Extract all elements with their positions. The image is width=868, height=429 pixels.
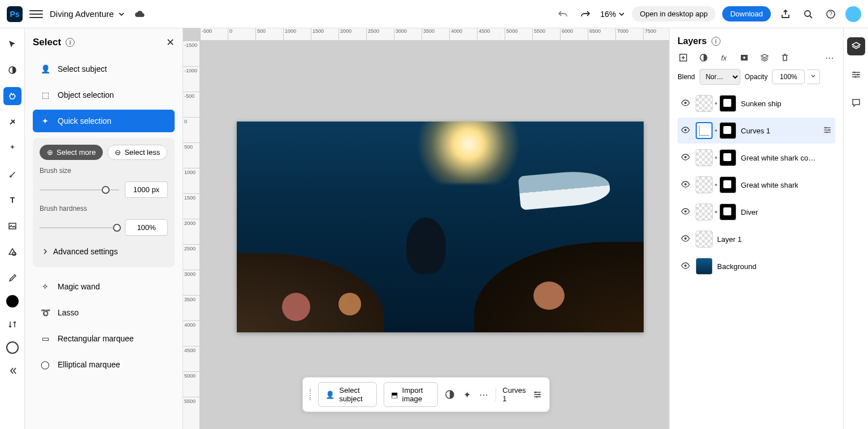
ctx-select-subject-button[interactable]: 👤Select subject (318, 382, 376, 407)
mask-thumbnail[interactable] (719, 95, 736, 112)
trash-icon[interactable] (779, 52, 791, 63)
blend-select[interactable]: Nor… (700, 69, 740, 85)
swap-colors-icon[interactable] (3, 315, 21, 333)
visibility-icon[interactable] (681, 125, 691, 136)
mask-thumbnail[interactable] (719, 149, 736, 166)
drag-handle[interactable] (310, 389, 311, 400)
layer-thumbnail[interactable] (696, 231, 713, 248)
canvas-area[interactable]: -500050010001500200025003000350040004500… (183, 28, 669, 429)
document-title[interactable]: Diving Adventure (50, 9, 125, 19)
eyedropper-tool[interactable] (3, 269, 21, 287)
brush-hardness-slider[interactable] (40, 227, 119, 228)
ctx-adjust-icon[interactable] (445, 388, 455, 401)
opacity-field[interactable] (772, 70, 805, 84)
visibility-icon[interactable] (681, 153, 691, 163)
layer-thumbnail[interactable] (696, 176, 713, 193)
comments-tab-icon[interactable] (847, 94, 865, 112)
info-icon[interactable]: i (711, 37, 721, 46)
help-icon[interactable]: ? (823, 6, 839, 22)
open-desktop-button[interactable]: Open in desktop app (632, 6, 715, 21)
mask-thumbnail[interactable] (719, 122, 736, 139)
brush-size-field[interactable] (125, 181, 168, 198)
layer-row[interactable]: Sunken ship (678, 90, 835, 116)
more-icon[interactable]: ⋯ (824, 52, 835, 63)
text-tool[interactable]: T (3, 191, 21, 209)
ctx-more-icon[interactable]: ⋯ (479, 388, 489, 401)
sun-light (406, 122, 531, 184)
layer-row[interactable]: Background (678, 253, 835, 279)
move-tool[interactable] (3, 35, 21, 53)
layer-name: Diver (741, 208, 832, 216)
svg-text:?: ? (829, 11, 832, 17)
properties-tab-icon[interactable] (847, 66, 865, 84)
layer-row[interactable]: Layer 1 (678, 226, 835, 252)
visibility-icon[interactable] (681, 98, 691, 109)
elliptical-marquee-item[interactable]: ◯Elliptical marquee (33, 353, 175, 376)
close-icon[interactable]: ✕ (166, 36, 175, 49)
visibility-icon[interactable] (681, 234, 691, 245)
visibility-icon[interactable] (681, 207, 691, 218)
magic-wand-item[interactable]: ✧Magic wand (33, 275, 175, 298)
select-subject-item[interactable]: 👤Select subject (33, 58, 175, 80)
shape-tool[interactable] (3, 243, 21, 261)
mask-thumbnail[interactable] (719, 176, 736, 193)
layer-thumbnail[interactable] (696, 258, 713, 275)
advanced-settings[interactable]: Advanced settings (40, 242, 168, 261)
select-less-button[interactable]: ⊖Select less (107, 145, 167, 160)
selection-tool[interactable] (3, 87, 21, 105)
layer-name: Curves 1 (741, 127, 818, 135)
rectangular-marquee-item[interactable]: ▭Rectangular marquee (33, 327, 175, 350)
layer-row[interactable]: Great white shark (678, 172, 835, 198)
layers-tab-icon[interactable] (847, 37, 865, 55)
collapse-icon[interactable] (3, 362, 21, 380)
coral-accent (533, 281, 565, 310)
download-button[interactable]: Download (722, 6, 771, 21)
layer-row[interactable]: Curves 1 (678, 118, 835, 144)
image-tool[interactable] (3, 217, 21, 235)
layer-thumbnail[interactable] (696, 95, 713, 112)
visibility-icon[interactable] (681, 180, 691, 190)
lasso-item[interactable]: ➰Lasso (33, 301, 175, 324)
ctx-import-image-button[interactable]: ⬒Import image (384, 382, 439, 407)
curves-thumbnail[interactable] (696, 122, 713, 139)
avatar[interactable] (845, 6, 861, 22)
adv-label: Advanced settings (53, 247, 118, 256)
brush-hardness-field[interactable] (125, 219, 168, 236)
zoom-level[interactable]: 16% (600, 10, 625, 19)
adjustment-icon[interactable] (739, 52, 750, 63)
undo-icon[interactable] (555, 6, 571, 22)
layer-row[interactable]: Great white shark co… (678, 145, 835, 171)
stack-icon[interactable] (759, 52, 770, 63)
share-icon[interactable] (778, 6, 793, 22)
brush-size-slider[interactable] (40, 189, 119, 190)
add-layer-icon[interactable] (678, 52, 689, 63)
select-more-button[interactable]: ⊕Select more (40, 145, 103, 160)
mask-thumbnail[interactable] (719, 203, 736, 220)
object-selection-item[interactable]: ⬚Object selection (33, 84, 175, 106)
layer-row[interactable]: Diver (678, 199, 835, 225)
menu-icon[interactable] (29, 7, 43, 21)
redo-icon[interactable] (578, 6, 593, 22)
mask-mode-icon[interactable] (698, 52, 709, 63)
quick-selection-item[interactable]: ✦Quick selection (33, 110, 175, 132)
info-icon[interactable]: i (66, 38, 75, 47)
layer-thumbnail[interactable] (696, 203, 713, 220)
search-icon[interactable] (800, 6, 816, 22)
ai-tool[interactable] (3, 139, 21, 157)
heal-tool[interactable] (3, 113, 21, 131)
background-color[interactable] (6, 341, 19, 354)
brush-tool[interactable] (3, 165, 21, 183)
fx-icon[interactable]: fx (718, 52, 730, 63)
layer-thumbnail[interactable] (696, 149, 713, 166)
blend-label: Blend (678, 73, 695, 81)
ctx-sparkle-icon[interactable]: ✦ (462, 388, 472, 401)
visibility-icon[interactable] (681, 261, 691, 272)
adjust-tool[interactable] (3, 61, 21, 79)
object-icon: ⬚ (40, 89, 51, 101)
canvas-image[interactable] (237, 122, 644, 332)
foreground-color[interactable] (6, 295, 19, 307)
ctx-settings-icon[interactable] (532, 388, 542, 401)
opacity-caret[interactable] (807, 70, 820, 84)
layer-settings-icon[interactable] (823, 125, 832, 136)
cloud-icon[interactable] (132, 6, 147, 22)
